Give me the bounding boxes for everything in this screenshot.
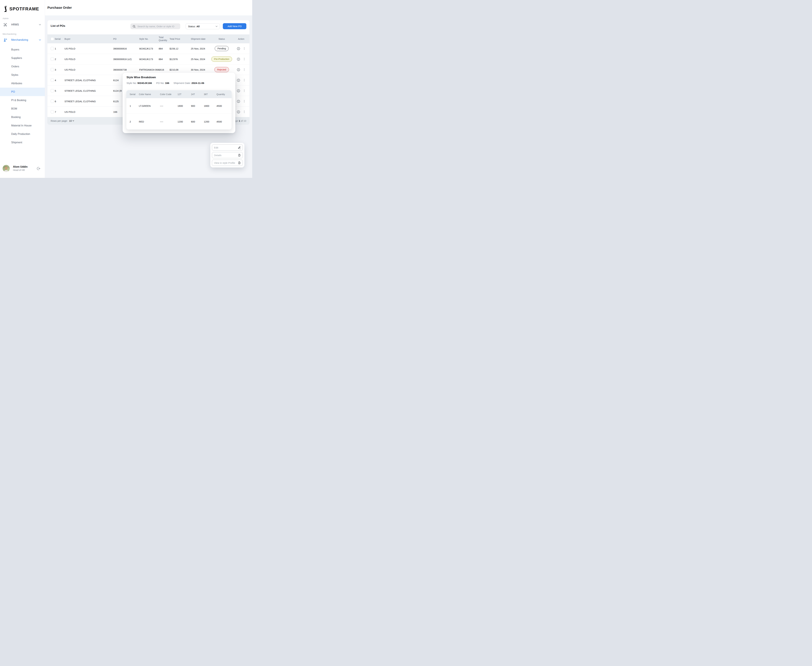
breakdown-row: 1 LT.GREEN ---- 1800 900 1800 4500 <box>126 98 232 114</box>
cell-po: 3900000816 <box>113 47 139 50</box>
cell-shipment-date: 25 Nov, 2024 <box>191 47 207 50</box>
section-label-merchandizing: Merchandizing <box>3 33 17 35</box>
select-all-checkbox[interactable] <box>51 37 54 41</box>
sidebar-item-label: HRMS <box>11 23 19 26</box>
sidebar: SPOTFRAME Admin HRMS Merchandizing <box>0 0 45 178</box>
purchase-order-page: Purchase Order SPOTFRAME Admin <box>0 0 252 178</box>
row-checkbox[interactable] <box>51 89 54 92</box>
document-icon <box>238 153 241 157</box>
sidebar-item-shipment[interactable]: Shipment <box>0 138 45 147</box>
warning-icon[interactable] <box>236 110 240 114</box>
col-color-name: Color Name <box>139 93 160 96</box>
cell-total-quantity: 884 <box>159 47 167 50</box>
status-filter-label: Status: <box>188 25 196 28</box>
cell-buyer: STREET LEGAL CLOTHING <box>64 79 113 82</box>
cell-style-no: W24GJK173 <box>139 47 159 50</box>
kebab-menu-icon[interactable] <box>243 47 246 50</box>
row-checkbox[interactable] <box>51 100 54 103</box>
top-header-band <box>45 0 252 15</box>
cell-36t: 1200 <box>204 120 217 123</box>
cell-style-no: W24GJK173 <box>139 58 159 61</box>
avatar <box>3 165 10 172</box>
row-checkbox[interactable] <box>51 47 54 50</box>
cell-po: 3900000816 (v2) <box>113 58 139 61</box>
brand-name: SPOTFRAME <box>10 7 39 12</box>
sidebar-item-suppliers[interactable]: Suppliers <box>0 54 45 62</box>
pencil-icon <box>238 146 241 149</box>
context-menu-label: Edit <box>214 146 218 149</box>
user-role: Head of HR <box>13 169 25 171</box>
card-title: List of POs <box>51 24 65 28</box>
row-checkbox[interactable] <box>51 79 54 82</box>
status-filter-select[interactable]: Status: All <box>185 23 220 29</box>
sidebar-item-po[interactable]: PO <box>0 87 45 96</box>
brand-logo[interactable]: SPOTFRAME <box>3 6 39 12</box>
sidebar-item-orders[interactable]: Orders <box>0 62 45 71</box>
sidebar-item-styles[interactable]: Styles <box>0 71 45 79</box>
warning-icon[interactable] <box>236 47 240 51</box>
chevron-down-icon <box>215 25 218 28</box>
status-filter-value: All <box>197 25 200 28</box>
sidebar-item-buyers[interactable]: Buyers <box>0 45 45 54</box>
col-color-code: Color Code <box>160 93 177 96</box>
sidebar-item-daily-production[interactable]: Daily Production <box>0 130 45 138</box>
warning-icon[interactable] <box>236 68 240 72</box>
col-buyer: Buyer <box>64 38 113 40</box>
cell-total-quantity: 884 <box>159 58 167 61</box>
search-input[interactable] <box>137 25 178 28</box>
col-status: Status <box>218 38 225 40</box>
cell-shipment-date: 30 Nov, 2024 <box>191 68 207 71</box>
breakdown-table-header: Serial Color Name Color Code 12T 24T 36T… <box>126 90 232 98</box>
sidebar-item-pi-booking[interactable]: PI & Booking <box>0 96 45 104</box>
context-menu-edit[interactable]: Edit <box>212 144 243 151</box>
sidebar-item-material-in-house[interactable]: Material In House <box>0 121 45 130</box>
context-menu-label: View in style Profile <box>214 162 235 164</box>
sidebar-item-booking[interactable]: Booking <box>0 113 45 121</box>
cell-12t: 1200 <box>177 120 191 123</box>
cell-buyer: US POLO <box>64 47 113 50</box>
col-quantity: Quantity <box>217 93 228 96</box>
col-serial: Serial <box>55 38 64 40</box>
status-badge: Rejected <box>214 67 229 72</box>
po-no-value: 166 <box>165 82 169 84</box>
cell-serial: 3 <box>55 68 64 71</box>
cell-serial: 4 <box>55 79 64 82</box>
cell-serial: 2 <box>55 58 64 61</box>
rows-per-page-select[interactable]: 10 <box>69 119 74 122</box>
col-action: Action <box>238 38 245 40</box>
warning-icon[interactable] <box>236 99 240 103</box>
kebab-menu-icon[interactable] <box>243 58 246 61</box>
cell-total-price: $159,12 <box>167 47 191 50</box>
cell-color-code: ---- <box>160 104 177 107</box>
sidebar-item-merchandizing[interactable]: Merchandizing <box>0 36 45 44</box>
kebab-menu-icon[interactable] <box>243 68 246 71</box>
add-new-po-button[interactable]: Add New PO <box>223 23 246 29</box>
row-checkbox[interactable] <box>51 110 54 114</box>
spotframe-ribbon-icon <box>3 6 8 12</box>
row-checkbox[interactable] <box>51 58 54 61</box>
kebab-menu-icon[interactable] <box>243 100 246 103</box>
rows-per-page-label: Rows per page: <box>51 119 68 122</box>
cell-serial: 5 <box>55 89 64 92</box>
cell-buyer: STREET LEGAL CLOTHING <box>64 89 113 92</box>
warning-icon[interactable] <box>236 89 240 93</box>
sidebar-item-hrms[interactable]: HRMS <box>0 21 45 28</box>
context-menu-details[interactable]: Details <box>212 152 243 158</box>
kebab-menu-icon[interactable] <box>243 79 246 82</box>
warning-icon[interactable] <box>236 78 240 82</box>
cell-12t: 1800 <box>177 104 191 107</box>
sidebar-item-attributes[interactable]: Attributes <box>0 79 45 87</box>
context-menu-view-in-style-profile[interactable]: View in style Profile <box>212 160 243 166</box>
table-row: 2 US POLO 3900000816 (v2) W24GJK173 884 … <box>48 54 250 64</box>
status-badge: Pending <box>215 46 228 51</box>
user-name: Alom Uddin <box>13 165 28 168</box>
po-no-label: PO No: <box>156 82 164 84</box>
warning-icon[interactable] <box>236 57 240 61</box>
logout-icon[interactable] <box>36 166 41 171</box>
cell-total-price: $210,08 <box>167 68 191 71</box>
sidebar-item-bom[interactable]: BOM <box>0 104 45 113</box>
user-scan-icon <box>3 23 7 27</box>
kebab-menu-icon[interactable] <box>243 89 246 92</box>
row-checkbox[interactable] <box>51 68 54 71</box>
kebab-menu-icon[interactable] <box>243 110 246 114</box>
